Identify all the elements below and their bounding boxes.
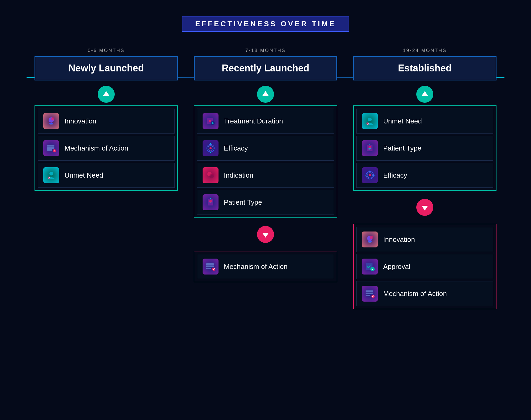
item-mechanism-down-2: Mechanism of Action	[197, 254, 334, 279]
svg-point-39	[368, 118, 372, 121]
item-label-unmet-1: Unmet Need	[65, 171, 103, 179]
phase-header-1: Newly Launched	[35, 56, 178, 80]
phase-header-3: Established	[353, 56, 496, 80]
svg-point-42	[369, 146, 371, 148]
svg-rect-58	[369, 242, 371, 243]
content-row: Innovation Mechanism of A	[27, 86, 504, 309]
svg-rect-4	[50, 124, 53, 125]
timeline-area: 0-6 MONTHS 7-18 MONTHS 19-24 MONTHS Newl…	[27, 48, 504, 309]
unmet-icon-1	[43, 167, 59, 183]
item-patient-3: Patient Type	[356, 136, 493, 161]
svg-point-56	[370, 236, 373, 239]
down-section-3: Innovation Approval	[353, 199, 496, 309]
innovation-icon-1	[43, 113, 59, 129]
svg-rect-6	[47, 147, 54, 149]
svg-point-53	[369, 174, 371, 176]
item-label-mechanism-1: Mechanism of Action	[65, 144, 128, 152]
efficacy-icon-3	[362, 167, 378, 183]
svg-point-9	[49, 172, 53, 175]
svg-rect-5	[47, 145, 54, 147]
item-label-efficacy-2: Efficacy	[224, 144, 248, 152]
indication-icon	[203, 167, 219, 183]
unmet-icon-3	[362, 113, 378, 129]
mechanism-icon-down-2	[203, 259, 219, 275]
item-innovation-1: Innovation	[38, 109, 175, 134]
svg-rect-62	[366, 293, 373, 294]
item-efficacy-3: Efficacy	[356, 163, 493, 188]
item-mechanism-down-3: Mechanism of Action	[356, 281, 493, 306]
item-approval: Approval	[356, 254, 493, 279]
item-label-mechanism-down-3: Mechanism of Action	[383, 290, 447, 298]
up-cards-2: Treatment Duration	[194, 105, 337, 218]
month-label-3: 19-24 MONTHS	[346, 48, 504, 53]
svg-marker-33	[262, 233, 269, 238]
svg-marker-54	[422, 206, 428, 211]
mechanism-icon-1	[43, 140, 59, 156]
item-indication: Indication	[197, 163, 334, 188]
svg-point-21	[209, 147, 212, 149]
title-banner: EFFECTIVENESS OVER TIME	[182, 16, 349, 32]
efficacy-icon-2	[203, 140, 219, 156]
svg-marker-38	[422, 91, 428, 96]
down-arrow-3	[416, 199, 433, 216]
item-label-mechanism-down-2: Mechanism of Action	[224, 263, 288, 271]
svg-rect-61	[366, 290, 373, 292]
svg-point-14	[209, 120, 211, 122]
up-arrow-2	[257, 86, 274, 103]
svg-rect-3	[49, 123, 53, 124]
item-mechanism-1: Mechanism of Action	[38, 136, 175, 161]
item-label-approval: Approval	[383, 263, 410, 271]
up-cards-3: Unmet Need	[353, 105, 496, 191]
svg-rect-36	[206, 268, 211, 269]
svg-point-2	[51, 117, 54, 121]
svg-marker-0	[103, 91, 109, 96]
phase-header-2: Recently Launched	[194, 56, 337, 80]
column-2: Treatment Duration	[194, 86, 337, 282]
down-section-2: Mechanism of Action	[194, 226, 337, 282]
mechanism-icon-down-3	[362, 286, 378, 302]
approval-icon	[362, 259, 378, 275]
item-label-efficacy-3: Efficacy	[383, 171, 407, 179]
item-unmet-3: Unmet Need	[356, 109, 493, 134]
innovation-icon-down-3	[362, 232, 378, 247]
phase-title-1: Newly Launched	[68, 63, 144, 74]
phase-title-2: Recently Launched	[222, 63, 309, 74]
up-arrow-3	[416, 86, 433, 103]
column-1: Innovation Mechanism of A	[35, 86, 178, 191]
item-label-patient-3: Patient Type	[383, 144, 421, 152]
column-3: Unmet Need	[353, 86, 496, 309]
up-cards-1: Innovation Mechanism of A	[35, 105, 178, 191]
up-arrow-1	[98, 86, 115, 103]
svg-point-32	[210, 198, 211, 199]
svg-point-28	[209, 200, 212, 203]
item-label-treatment: Treatment Duration	[224, 117, 283, 125]
item-unmet-1: Unmet Need	[38, 163, 175, 188]
svg-rect-35	[206, 265, 214, 267]
page-title: EFFECTIVENESS OVER TIME	[195, 20, 336, 28]
svg-marker-11	[262, 91, 269, 96]
svg-rect-63	[366, 295, 370, 296]
item-label-innovation-down-3: Innovation	[383, 235, 415, 244]
month-label-2: 7-18 MONTHS	[187, 48, 344, 53]
patient-icon-3	[362, 140, 378, 156]
item-label-innovation-1: Innovation	[65, 117, 96, 125]
treatment-icon	[203, 113, 219, 129]
month-label-1: 0-6 MONTHS	[27, 48, 185, 53]
down-cards-2: Mechanism of Action	[194, 251, 337, 282]
phases-row: Newly Launched Recently Launched Establi…	[27, 56, 504, 80]
svg-rect-7	[47, 149, 52, 151]
down-cards-3: Innovation Approval	[353, 224, 496, 309]
phase-title-3: Established	[398, 63, 452, 74]
svg-rect-57	[368, 241, 372, 242]
item-treatment: Treatment Duration	[197, 109, 334, 134]
down-arrow-2	[257, 226, 274, 243]
patient-icon-2	[203, 194, 219, 210]
item-label-indication: Indication	[224, 171, 253, 179]
months-row: 0-6 MONTHS 7-18 MONTHS 19-24 MONTHS	[27, 48, 504, 53]
item-efficacy-2: Efficacy	[197, 136, 334, 161]
item-label-unmet-3: Unmet Need	[383, 117, 422, 125]
item-innovation-down-3: Innovation	[356, 227, 493, 252]
svg-rect-34	[206, 263, 214, 265]
svg-point-46	[369, 144, 370, 145]
item-label-patient-2: Patient Type	[224, 198, 262, 207]
